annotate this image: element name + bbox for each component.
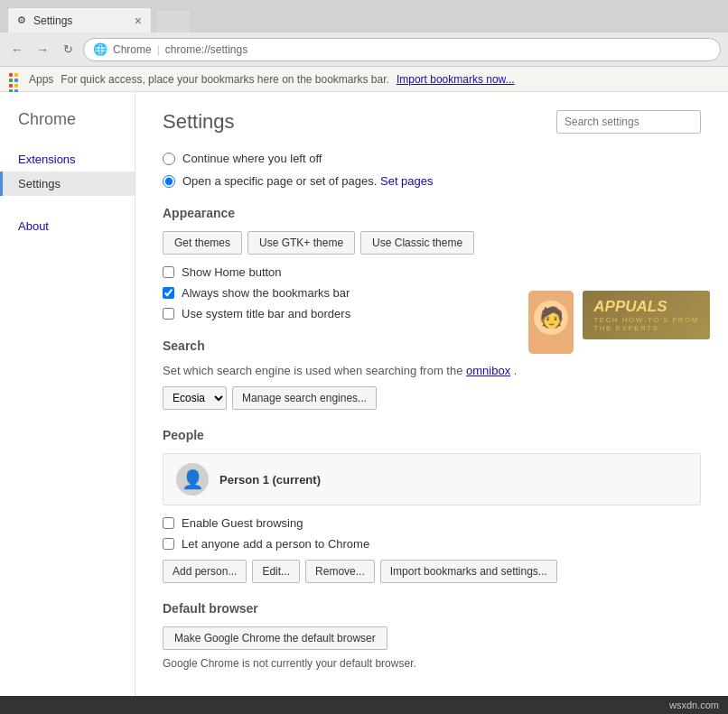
system-title-bar-option: Use system title bar and borders	[163, 307, 701, 320]
get-themes-button[interactable]: Get themes	[163, 231, 242, 255]
back-button[interactable]: ←	[7, 40, 27, 60]
appearance-heading: Appearance	[163, 206, 701, 220]
address-separator: |	[157, 43, 160, 56]
search-engine-select[interactable]: Ecosia	[163, 386, 227, 410]
system-title-bar-label: Use system title bar and borders	[182, 307, 350, 320]
startup-radio-1[interactable]	[163, 153, 175, 165]
startup-option-2: Open a specific page or set of pages. Se…	[163, 174, 701, 188]
tab-bar: ⚙ Settings ×	[0, 0, 728, 32]
person-card: 👤 Person 1 (current)	[163, 453, 701, 505]
people-section: People 👤 Person 1 (current) Enable Guest…	[163, 428, 701, 583]
startup-radio-2[interactable]	[163, 175, 175, 188]
omnibox-link[interactable]: omnibox	[466, 364, 510, 377]
address-url: chrome://settings	[165, 43, 247, 56]
search-controls: Ecosia Manage search engines...	[163, 386, 701, 410]
reload-button[interactable]: ↻	[58, 40, 78, 60]
address-scheme: Chrome	[113, 43, 152, 56]
search-section: Search Set which search engine is used w…	[163, 338, 701, 410]
tab-close-button[interactable]: ×	[135, 14, 142, 28]
enable-guest-label: Enable Guest browsing	[182, 516, 303, 530]
show-home-checkbox[interactable]	[163, 266, 174, 278]
browser-frame: ⚙ Settings × ← → ↻ 🌐 Chrome | chrome://s…	[0, 0, 728, 714]
active-tab[interactable]: ⚙ Settings ×	[7, 7, 152, 32]
settings-title: Settings	[163, 110, 235, 134]
forward-button[interactable]: →	[33, 40, 52, 60]
bookmarks-bar-label: Always show the bookmarks bar	[182, 286, 350, 300]
enable-guest-checkbox[interactable]	[163, 517, 174, 529]
show-home-option: Show Home button	[163, 265, 701, 279]
search-settings-input[interactable]	[556, 110, 701, 134]
watermark-tagline2: THE EXPERTS	[593, 324, 699, 332]
bottom-watermark-text: wsxdn.com	[669, 700, 719, 710]
set-pages-link[interactable]: Set pages	[380, 174, 434, 188]
bottom-bar: wsxdn.com	[0, 696, 728, 714]
bookmarks-bar: Apps For quick access, place your bookma…	[0, 67, 728, 92]
use-gtk-button[interactable]: Use GTK+ theme	[247, 231, 355, 255]
use-classic-button[interactable]: Use Classic theme	[360, 231, 474, 255]
import-bookmarks-link[interactable]: Import bookmarks now...	[397, 73, 515, 86]
default-browser-status: Google Chrome is not currently your defa…	[163, 657, 701, 670]
tab-title: Settings	[33, 14, 127, 27]
sidebar: Chrome Extensions Settings About	[0, 92, 135, 696]
appearance-section: Appearance Get themes Use GTK+ theme Use…	[163, 206, 701, 320]
startup-label-1: Continue where you left off	[182, 152, 322, 165]
show-home-label: Show Home button	[182, 265, 282, 279]
manage-search-engines-button[interactable]: Manage search engines...	[232, 386, 377, 410]
enable-guest-option: Enable Guest browsing	[163, 516, 701, 530]
apps-label: Apps	[29, 73, 53, 86]
nav-bar: ← → ↻ 🌐 Chrome | chrome://settings	[0, 32, 728, 67]
sidebar-item-extensions[interactable]: Extensions	[0, 147, 135, 172]
search-description: Set which search engine is used when sea…	[163, 364, 701, 377]
people-buttons: Add person... Edit... Remove... Import b…	[163, 560, 701, 583]
system-title-bar-checkbox[interactable]	[163, 308, 174, 320]
content-area: Chrome Extensions Settings About Setting…	[0, 92, 728, 696]
let-anyone-checkbox[interactable]	[163, 538, 174, 550]
bookmarks-bar-checkbox[interactable]	[163, 287, 174, 299]
search-heading: Search	[163, 338, 701, 353]
tab-settings-icon: ⚙	[17, 14, 26, 26]
sidebar-item-settings[interactable]: Settings	[0, 172, 135, 196]
sidebar-brand: Chrome	[0, 110, 135, 147]
address-bar[interactable]: 🌐 Chrome | chrome://settings	[83, 38, 721, 61]
apps-grid-icon	[9, 73, 22, 86]
theme-buttons: Get themes Use GTK+ theme Use Classic th…	[163, 231, 701, 255]
main-content: Settings Continue where you left off Ope…	[135, 92, 728, 696]
let-anyone-option: Let anyone add a person to Chrome	[163, 537, 701, 551]
bookmarks-bar-option: Always show the bookmarks bar	[163, 286, 701, 300]
sidebar-nav: Extensions Settings	[0, 147, 135, 196]
sidebar-item-about[interactable]: About	[0, 214, 135, 238]
make-default-button[interactable]: Make Google Chrome the default browser	[163, 626, 387, 650]
default-browser-section: Default browser Make Google Chrome the d…	[163, 601, 701, 670]
person-name: Person 1 (current)	[219, 473, 321, 487]
import-bookmarks-settings-button[interactable]: Import bookmarks and settings...	[380, 560, 557, 583]
bookmarks-message: For quick access, place your bookmarks h…	[61, 73, 389, 86]
startup-label-2: Open a specific page or set of pages. Se…	[182, 174, 434, 188]
startup-option-1: Continue where you left off	[163, 152, 701, 165]
default-browser-heading: Default browser	[163, 601, 701, 616]
startup-section: Continue where you left off Open a speci…	[163, 152, 701, 188]
let-anyone-label: Let anyone add a person to Chrome	[182, 537, 369, 551]
edit-button[interactable]: Edit...	[252, 560, 300, 583]
add-person-button[interactable]: Add person...	[163, 560, 247, 583]
settings-header: Settings	[163, 110, 701, 134]
people-heading: People	[163, 428, 701, 442]
remove-button[interactable]: Remove...	[305, 560, 375, 583]
person-icon: 👤	[182, 468, 204, 490]
avatar: 👤	[176, 463, 209, 496]
